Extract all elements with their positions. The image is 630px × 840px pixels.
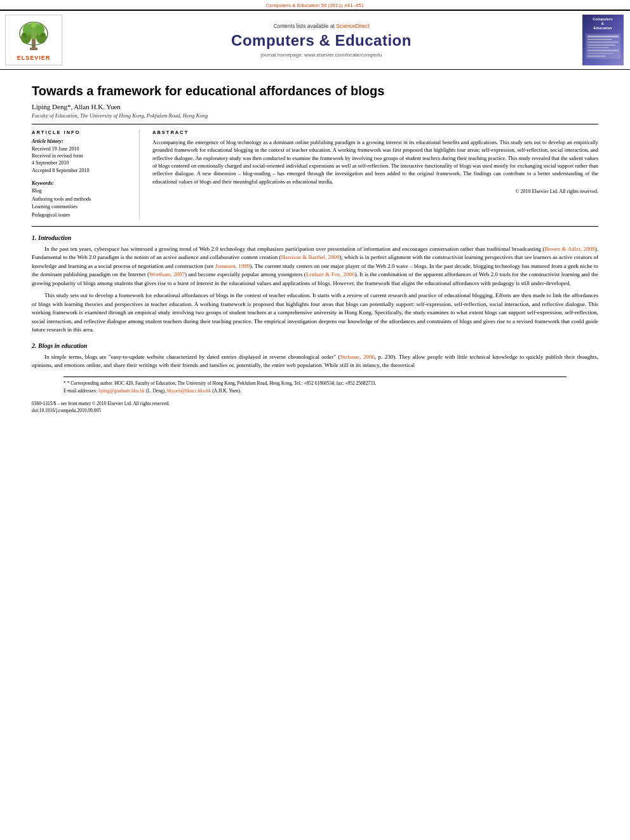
article-divider [32,124,598,124]
email-2-link[interactable]: hkyuen@hkucc.hku.hk [167,388,211,394]
ref-jonassen[interactable]: Jonassen, 1999 [215,263,250,269]
keyword-4: Pedagogical issues [32,211,133,220]
journal-title-main: Computers & Education [231,32,412,50]
journal-citation-bar: Computers & Education 56 (2011) 441–451 [0,0,630,10]
contents-available: Contents lists available at ScienceDirec… [273,23,369,29]
abstract-column: ABSTRACT Accompanying the emergence of b… [152,130,598,220]
email-1-link[interactable]: liping@graduate.hku.hk [98,388,145,394]
thumbnail-box: Computers&Education [582,15,624,65]
journal-center: Contents lists available at ScienceDirec… [67,15,575,65]
elsevier-brand-text: ELSEVIER [17,55,51,61]
accepted-date: Accepted 8 September 2010 [32,167,133,174]
elsevier-tree-logo [12,20,55,53]
ref-lenhart-fox[interactable]: Lenhart & Fox, 2006 [306,271,355,277]
article-history-label: Article history: [32,138,133,144]
footnote-text-content: * Corresponding author. HOC 420, Faculty… [67,380,377,386]
ref-stefanac[interactable]: Stefanac, 2006 [340,354,375,360]
article-info-label: ARTICLE INFO [32,130,133,135]
content-divider [32,226,598,227]
svg-point-8 [23,33,27,37]
thumbnail-content [586,34,620,59]
issn-line: 0360-1315/$ – see front matter © 2010 El… [32,400,598,407]
article-meta-section: ARTICLE INFO Article history: Received 1… [32,130,598,220]
thumbnail-title: Computers&Education [593,17,613,31]
section-2-para-1: In simple terms, blogs are "easy-to-upda… [32,353,598,370]
svg-rect-1 [32,39,36,48]
svg-rect-0 [30,48,37,50]
article-info-column: ARTICLE INFO Article history: Received 1… [32,130,140,220]
footnote-email-line: E-mail addresses: liping@graduate.hku.hk… [64,388,566,395]
contents-label: Contents lists available at [273,23,336,29]
keyword-2: Authoring tools and methods [32,196,133,204]
keywords-list: Blog Authoring tools and methods Learnin… [32,187,133,220]
keywords-label: Keywords: [32,180,133,186]
abstract-label: ABSTRACT [152,130,598,135]
section-1-heading: 1. Introduction [32,234,598,241]
keyword-3: Learning communities [32,203,133,211]
ref-wortham[interactable]: Wortham, 2007 [149,271,185,277]
journal-thumbnail: Computers&Education [580,15,625,65]
article-authors: Liping Deng*, Allan H.K. Yuen [32,103,598,110]
page-footer: * * Corresponding author. HOC 420, Facul… [64,377,566,395]
footnote-corresponding: * * Corresponding author. HOC 420, Facul… [64,380,566,387]
section-2-heading: 2. Blogs in education [32,342,598,349]
received-revised-label: Received in revised form [32,152,133,159]
svg-point-10 [31,22,36,27]
journal-header: ELSEVIER Contents lists available at Sci… [0,10,630,70]
copyright-line: © 2010 Elsevier Ltd. All rights reserved… [152,189,598,194]
footer-bottom-bar: 0360-1315/$ – see front matter © 2010 El… [32,400,598,415]
sciencedirect-link[interactable]: ScienceDirect [336,23,369,29]
keyword-1: Blog [32,187,133,196]
page-wrapper: Computers & Education 56 (2011) 441–451 [0,0,630,423]
received-revised-date: 4 September 2010 [32,159,133,166]
section-1-para-2: This study sets out to develop a framewo… [32,291,598,335]
journal-citation-text: Computers & Education 56 (2011) 441–451 [266,3,364,8]
email-label: E-mail addresses: [64,388,97,394]
authors-text: Liping Deng*, Allan H.K. Yuen [32,103,121,110]
elsevier-logo-box: ELSEVIER [5,15,62,65]
article-content: Towards a framework for educational affo… [0,70,630,423]
article-title: Towards a framework for educational affo… [32,83,598,99]
ref-harrison-barthel[interactable]: Harrison & Barthel, 2009 [281,254,340,260]
received-date-1: Received 19 June 2010 [32,145,133,152]
abstract-text: Accompanying the emergence of blog techn… [152,138,598,185]
section-1-para-1: In the past ten years, cyberspace has wi… [32,245,598,288]
journal-homepage: journal homepage: www.elsevier.com/locat… [261,52,382,58]
ref-brown-adler[interactable]: Brown & Adler, 2008 [545,246,595,252]
doi-line: doi:10.1016/j.compedu.2010.09.005 [32,407,598,414]
email-1-name: (L. Deng), [146,388,166,394]
svg-point-9 [41,33,44,37]
article-affiliation: Faculty of Education, The University of … [32,112,598,119]
email-2-name: (A.H.K. Yuen). [212,388,241,394]
